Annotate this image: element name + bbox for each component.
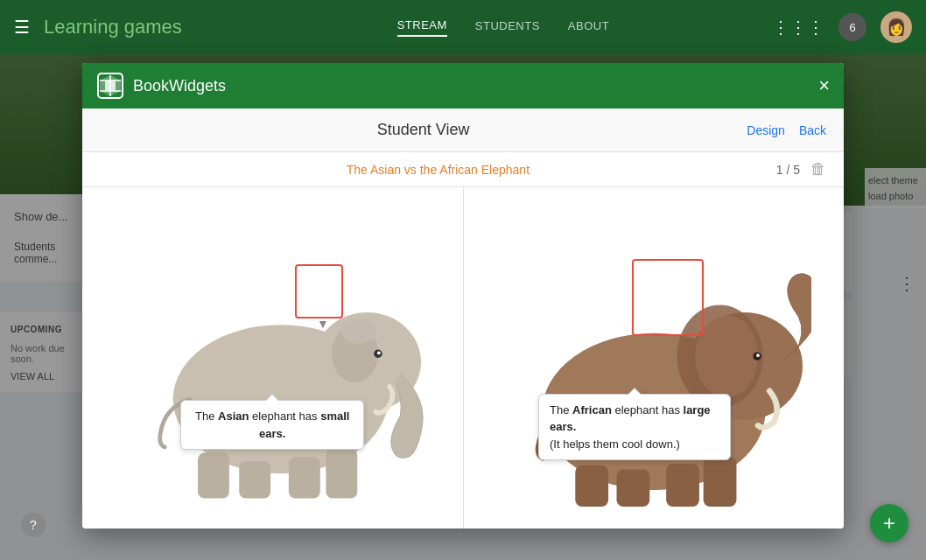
modal-close-button[interactable]: × bbox=[818, 76, 830, 95]
fab-button[interactable]: + bbox=[870, 504, 908, 542]
svg-point-15 bbox=[695, 315, 758, 397]
background: ☰ Learning games STREAM STUDENTS ABOUT ⋮… bbox=[0, 0, 926, 560]
african-tooltip: The African elephant has large ears. (It… bbox=[538, 394, 731, 461]
nav-students[interactable]: STUDENTS bbox=[475, 19, 540, 36]
svg-rect-1 bbox=[105, 80, 116, 91]
svg-point-11 bbox=[341, 319, 378, 344]
african-elephant-image bbox=[496, 209, 811, 507]
asian-tooltip: The Asian elephant has small ears. bbox=[180, 400, 364, 450]
svg-rect-17 bbox=[616, 470, 649, 508]
quiz-progress: 1 / 5 bbox=[776, 163, 800, 177]
nav-links: STREAM STUDENTS ABOUT bbox=[235, 18, 772, 37]
modal-overlay: BookWidgets × Student View Design Back T… bbox=[0, 54, 926, 560]
svg-point-10 bbox=[377, 351, 381, 354]
quiz-title: The Asian vs the African Elephant bbox=[100, 163, 776, 177]
svg-rect-6 bbox=[239, 461, 270, 499]
bookwidgets-logo bbox=[96, 72, 124, 100]
svg-rect-7 bbox=[289, 457, 320, 498]
svg-rect-8 bbox=[326, 449, 358, 499]
user-avatar[interactable]: 👩 bbox=[880, 11, 912, 43]
design-link[interactable]: Design bbox=[747, 123, 785, 137]
svg-rect-19 bbox=[703, 457, 736, 507]
modal: BookWidgets × Student View Design Back T… bbox=[82, 63, 844, 528]
svg-rect-18 bbox=[666, 464, 699, 507]
asian-elephant-image bbox=[115, 209, 430, 507]
app-title: Learning games bbox=[44, 16, 182, 38]
nav-right: ⋮⋮⋮ 6 👩 bbox=[772, 11, 912, 43]
back-link[interactable]: Back bbox=[799, 123, 826, 137]
asian-elephant-container: ▼ The Asian elephant has small ears. bbox=[82, 187, 463, 528]
nav-about[interactable]: ABOUT bbox=[568, 19, 609, 36]
modal-header: BookWidgets × bbox=[82, 63, 844, 108]
grid-icon[interactable]: ⋮⋮⋮ bbox=[772, 17, 824, 38]
hamburger-icon[interactable]: ☰ bbox=[14, 17, 30, 38]
svg-rect-5 bbox=[198, 453, 229, 499]
quiz-content: ▼ The Asian elephant has small ears. bbox=[82, 187, 844, 528]
svg-point-21 bbox=[756, 354, 760, 357]
modal-actions: Design Back bbox=[747, 123, 826, 137]
top-nav: ☰ Learning games STREAM STUDENTS ABOUT ⋮… bbox=[0, 0, 926, 54]
modal-subtitle-bar: Student View Design Back bbox=[82, 108, 844, 152]
trash-icon[interactable]: 🗑 bbox=[810, 160, 826, 178]
svg-rect-16 bbox=[575, 466, 608, 507]
african-elephant-container: The African elephant has large ears. (It… bbox=[464, 187, 845, 528]
help-button[interactable]: ? bbox=[21, 513, 46, 537]
quiz-nav: The Asian vs the African Elephant 1 / 5 … bbox=[82, 152, 844, 187]
modal-header-title: BookWidgets bbox=[133, 77, 226, 95]
ear-arrow: ▼ bbox=[317, 317, 329, 331]
notification-badge[interactable]: 6 bbox=[838, 13, 866, 41]
left-panel: ▼ The Asian elephant has small ears. bbox=[82, 187, 464, 528]
nav-stream[interactable]: STREAM bbox=[397, 18, 447, 37]
right-panel: The African elephant has large ears. (It… bbox=[464, 187, 845, 528]
student-view-label: Student View bbox=[100, 121, 747, 139]
